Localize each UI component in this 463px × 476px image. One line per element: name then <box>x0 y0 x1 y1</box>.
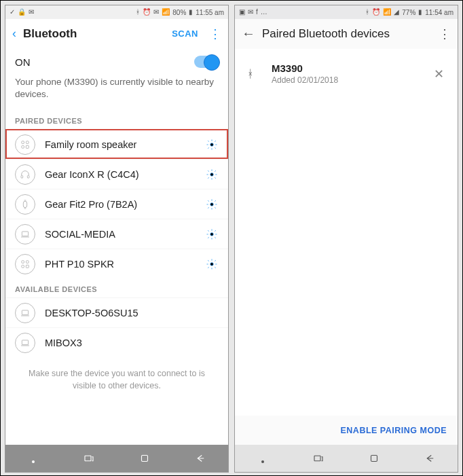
settings-gear-icon[interactable] <box>205 228 219 240</box>
status-icon: 🔒 <box>18 9 26 16</box>
phone-left: ✓ 🔒 ✉ ᚼ ⏰ ✉ 📶 80% ▮ 11:55 am ‹ Bluetooth… <box>5 5 229 473</box>
status-icon: ✉ <box>248 9 253 16</box>
device-name: Family room speaker <box>45 139 196 150</box>
available-device-row[interactable]: MIBOX3 <box>5 327 228 357</box>
paired-device-row[interactable]: Family room speaker <box>5 129 228 159</box>
enable-pairing-button[interactable]: ENABLE PAIRING MODE <box>235 416 458 445</box>
svg-point-13 <box>26 261 29 263</box>
clock: 11:54 am <box>425 9 453 16</box>
status-icon: ✉ <box>29 9 34 16</box>
phone-right: ▣ ✉ f … ᚼ ⏰ 📶 ◢ 77% ▮ 11:54 am ← Paired … <box>234 5 458 473</box>
nav-recent-dot[interactable] <box>26 451 41 466</box>
paired-device-row[interactable]: Gear IconX R (C4C4) <box>5 159 228 189</box>
nav-back-button[interactable] <box>193 451 208 466</box>
svg-point-12 <box>22 261 24 263</box>
scan-button[interactable]: SCAN <box>172 29 198 39</box>
device-name: PHT P10 SPKR <box>45 259 196 270</box>
device-added-date: Added 02/01/2018 <box>272 75 420 85</box>
svg-point-16 <box>210 263 214 266</box>
app-header: ‹ Bluetooth SCAN ⋮ <box>5 19 228 49</box>
bluetooth-icon: ᚼ <box>365 9 369 16</box>
page-title: Paired Bluetooth devices <box>262 27 390 41</box>
status-bar: ▣ ✉ f … ᚼ ⏰ 📶 ◢ 77% ▮ 11:54 am <box>235 5 458 19</box>
status-icon: … <box>261 9 267 16</box>
visibility-text: Your phone (M3390) is currently visible … <box>5 72 228 110</box>
settings-gear-icon[interactable] <box>205 139 219 151</box>
svg-point-11 <box>210 233 214 236</box>
status-bar: ✓ 🔒 ✉ ᚼ ⏰ ✉ 📶 80% ▮ 11:55 am <box>5 5 228 19</box>
signal-icon: ◢ <box>394 9 399 16</box>
back-button[interactable]: ← <box>242 26 255 41</box>
laptop-icon <box>15 333 35 353</box>
more-menu-button[interactable]: ⋮ <box>434 26 451 41</box>
svg-rect-19 <box>142 456 148 462</box>
more-menu-button[interactable]: ⋮ <box>205 26 221 41</box>
nav-recents-button[interactable] <box>81 451 96 466</box>
device-name: Gear IconX R (C4C4) <box>45 169 196 180</box>
speaker-grid-icon <box>15 254 35 274</box>
status-icon: f <box>256 9 258 16</box>
svg-rect-5 <box>21 175 23 178</box>
nav-back-button[interactable] <box>422 451 437 466</box>
battery-percent: 77% <box>402 9 415 16</box>
svg-rect-3 <box>26 145 29 148</box>
nav-bar <box>235 445 458 472</box>
svg-point-4 <box>210 143 214 147</box>
svg-point-14 <box>22 265 24 268</box>
bluetooth-switch-on[interactable] <box>194 56 219 68</box>
app-header: ← Paired Bluetooth devices ⋮ <box>235 19 458 49</box>
paired-device-row[interactable]: SOCIAL-MEDIA <box>5 219 228 249</box>
paired-section-header: PAIRED DEVICES <box>5 110 228 129</box>
device-name: DESKTOP-5O6SU15 <box>45 308 219 318</box>
laptop-icon <box>15 303 35 323</box>
laptop-icon <box>15 224 35 244</box>
settings-gear-icon[interactable] <box>205 258 219 270</box>
back-button[interactable]: ‹ <box>12 26 16 41</box>
svg-point-1 <box>26 141 29 144</box>
available-section-header: AVAILABLE DEVICES <box>5 278 228 297</box>
page-title: Bluetooth <box>23 27 77 41</box>
status-icon: ▣ <box>239 9 245 16</box>
nav-bar <box>5 445 228 472</box>
nav-home-button[interactable] <box>367 451 382 466</box>
paired-device-row[interactable]: PHT P10 SPKR <box>5 249 228 278</box>
device-name: M3390 <box>272 62 420 74</box>
device-name: SOCIAL-MEDIA <box>45 229 196 240</box>
svg-point-9 <box>210 203 214 206</box>
remove-device-button[interactable]: ✕ <box>432 67 445 81</box>
wifi-icon: 📶 <box>162 9 170 16</box>
wifi-icon: 📶 <box>383 9 391 16</box>
svg-rect-10 <box>22 232 28 236</box>
paired-list: ᚼ M3390 Added 02/01/2018 ✕ <box>235 49 458 416</box>
paired-device-row[interactable]: Gear Fit2 Pro (7B2A) <box>5 189 228 219</box>
bluetooth-icon: ᚼ <box>247 68 259 80</box>
nav-home-button[interactable] <box>137 451 152 466</box>
svg-rect-17 <box>22 310 28 315</box>
settings-gear-icon[interactable] <box>205 198 219 210</box>
settings-gear-icon[interactable] <box>205 168 219 181</box>
watch-icon <box>15 194 35 215</box>
nav-recents-button[interactable] <box>311 451 326 466</box>
paired-device-item[interactable]: ᚼ M3390 Added 02/01/2018 ✕ <box>235 56 458 92</box>
available-device-row[interactable]: DESKTOP-5O6SU15 <box>5 297 228 327</box>
status-icon: ✓ <box>10 9 15 16</box>
status-icon: ✉ <box>153 9 159 16</box>
alarm-icon: ⏰ <box>143 9 151 16</box>
alarm-icon: ⏰ <box>372 9 380 16</box>
device-name: MIBOX3 <box>45 337 219 348</box>
headphone-icon <box>15 164 35 185</box>
visibility-hint: Make sure the device you want to connect… <box>5 357 228 403</box>
bluetooth-icon: ᚼ <box>136 9 140 16</box>
svg-rect-6 <box>27 175 29 178</box>
svg-rect-20 <box>371 456 377 462</box>
svg-point-7 <box>210 173 214 177</box>
svg-point-0 <box>22 141 24 144</box>
svg-rect-15 <box>26 265 29 268</box>
clock: 11:55 am <box>196 9 224 16</box>
battery-icon: ▮ <box>189 9 193 16</box>
toggle-label: ON <box>15 56 31 68</box>
speaker-grid-icon <box>15 134 35 155</box>
battery-icon: ▮ <box>418 9 422 16</box>
bluetooth-toggle-row[interactable]: ON <box>5 49 228 72</box>
nav-recent-dot[interactable] <box>255 451 270 466</box>
